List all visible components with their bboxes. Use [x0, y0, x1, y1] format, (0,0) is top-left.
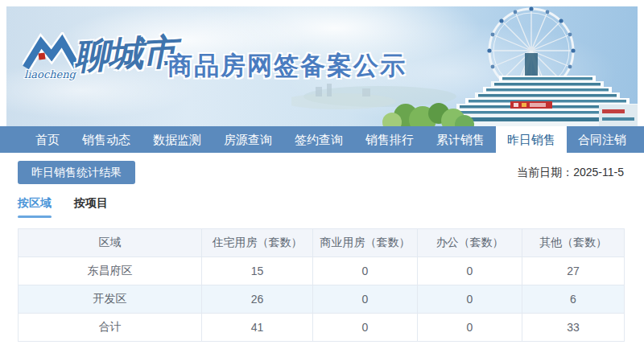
building-icon — [444, 53, 638, 126]
column-header-residential: 住宅用房（套数） — [202, 229, 313, 257]
table-cell: 6 — [522, 285, 625, 314]
sales-by-region-table: 区域 住宅用房（套数） 商业用房（套数） 办公（套数） 其他（套数） 东昌府区 … — [18, 228, 625, 342]
column-header-office: 办公（套数） — [418, 229, 522, 257]
table-cell: 0 — [313, 285, 418, 314]
table-cell: 东昌府区 — [19, 257, 202, 285]
nav-item-signing-query[interactable]: 签约查询 — [283, 126, 354, 153]
table-cell: 0 — [418, 314, 522, 342]
column-header-commercial: 商业用房（套数） — [313, 229, 418, 257]
logo-script-text: liaocheng — [24, 68, 77, 80]
table-cell: 27 — [522, 257, 625, 285]
nav-item-sales-dynamics[interactable]: 销售动态 — [71, 126, 142, 153]
table-row-kaifaqu: 开发区 26 0 0 6 — [19, 285, 625, 314]
ferris-wheel-cityscape-illustration — [291, 6, 638, 126]
table-cell: 开发区 — [19, 285, 202, 314]
yesterday-sales-results-button[interactable]: 昨日销售统计结果 — [18, 161, 135, 184]
nav-item-yesterday-sales[interactable]: 昨日销售 — [496, 126, 567, 153]
content-area: 昨日销售统计结果 当前日期：2025-11-5 按区域 按项目 区域 住宅用房（… — [0, 153, 644, 342]
nav-item-contract-cancellation[interactable]: 合同注销 — [567, 126, 638, 153]
table-row-total: 合计 41 0 0 33 — [19, 314, 625, 342]
table-row-dongchangfu: 东昌府区 15 0 0 27 — [19, 257, 625, 285]
main-nav: 首页 销售动态 数据监测 房源查询 签约查询 销售排行 累计销售 昨日销售 合同… — [0, 126, 644, 153]
current-date: 当前日期：2025-11-5 — [517, 166, 624, 180]
tab-by-region[interactable]: 按区域 — [18, 196, 52, 218]
column-header-region: 区域 — [19, 229, 202, 257]
site-brand-calligraphy: 聊城市 — [73, 28, 177, 81]
table-cell: 26 — [202, 285, 313, 314]
table-header-row: 区域 住宅用房（套数） 商业用房（套数） 办公（套数） 其他（套数） — [19, 229, 625, 257]
page: liaocheng 聊城市 商品房网签备案公示 — [0, 0, 644, 353]
nav-item-cumulative-sales[interactable]: 累计销售 — [425, 126, 496, 153]
nav-item-data-monitoring[interactable]: 数据监测 — [142, 126, 213, 153]
nav-item-housing-query[interactable]: 房源查询 — [213, 126, 283, 153]
banner: liaocheng 聊城市 商品房网签备案公示 — [6, 6, 638, 126]
current-date-value: 2025-11-5 — [573, 166, 624, 179]
view-tabs: 按区域 按项目 — [18, 196, 644, 218]
table-cell: 15 — [202, 257, 313, 285]
current-date-label: 当前日期： — [517, 166, 573, 179]
table-cell: 33 — [522, 314, 625, 342]
column-header-other: 其他（套数） — [522, 229, 625, 257]
table-cell: 0 — [418, 285, 522, 314]
table-cell: 41 — [202, 314, 313, 342]
table-cell: 0 — [313, 257, 418, 285]
table-cell: 0 — [313, 314, 418, 342]
table-cell: 0 — [418, 257, 522, 285]
tab-by-project[interactable]: 按项目 — [74, 196, 108, 218]
nav-item-sales-ranking[interactable]: 销售排行 — [354, 126, 425, 153]
table-cell: 合计 — [19, 314, 202, 342]
liaocheng-logo-icon: liaocheng — [23, 32, 80, 84]
nav-item-home[interactable]: 首页 — [24, 126, 71, 153]
